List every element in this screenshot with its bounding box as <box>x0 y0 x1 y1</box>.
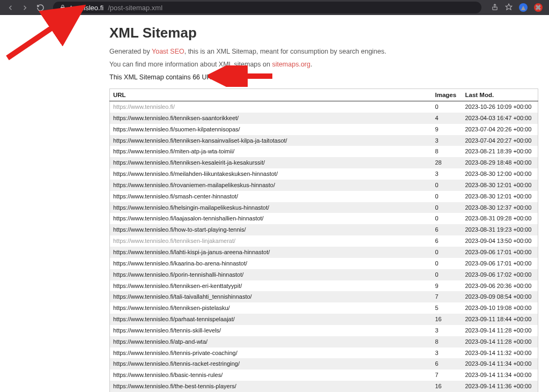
cell-lastmod: 2023-09-04 13:50 +00:00 <box>462 235 538 247</box>
cell-images: 3 <box>432 168 462 180</box>
cell-lastmod: 2023-09-11 18:44 +00:00 <box>462 314 538 325</box>
address-bar[interactable]: tennisleo.fi/post-sitemap.xml <box>53 2 481 13</box>
cell-url[interactable]: https://www.tennisleo.fi/ <box>110 101 432 113</box>
forward-button[interactable] <box>21 4 29 12</box>
cell-images: 0 <box>432 213 462 224</box>
info-prefix: You can find more information about XML … <box>109 61 272 68</box>
reload-button[interactable] <box>36 4 44 12</box>
cell-lastmod: 2023-09-14 11:32 +00:00 <box>462 347 538 359</box>
cell-url[interactable]: https://www.tennisleo.fi/basic-tennis-ru… <box>110 369 432 381</box>
extension-icon-2[interactable]: ✖ <box>534 3 543 12</box>
cell-images: 5 <box>432 302 462 314</box>
cell-url[interactable]: https://www.tennisleo.fi/laajasalon-tenn… <box>110 213 432 224</box>
table-row: https://www.tennisleo.fi/basic-tennis-ru… <box>110 369 538 381</box>
table-row: https://www.tennisleo.fi/tennis-skill-le… <box>110 325 538 336</box>
table-row: https://www.tennisleo.fi/tenniksen-kesal… <box>110 157 538 168</box>
cell-url[interactable]: https://www.tennisleo.fi/tennis-racket-r… <box>110 358 432 369</box>
svg-marker-1 <box>506 4 512 10</box>
nav-controls <box>6 4 44 12</box>
cell-url[interactable]: https://www.tennisleo.fi/helsingin-maila… <box>110 202 432 213</box>
cell-images: 0 <box>432 180 462 191</box>
table-row: https://www.tennisleo.fi/parhaat-tennisp… <box>110 314 538 325</box>
lock-icon <box>60 4 66 11</box>
info-suffix: . <box>310 61 312 68</box>
table-row: https://www.tennisleo.fi/kaarina-bo-aren… <box>110 258 538 269</box>
cell-images: 9 <box>432 124 462 135</box>
table-row: https://www.tennisleo.fi/smash-center-hi… <box>110 191 538 202</box>
cell-lastmod: 2023-09-06 17:01 +00:00 <box>462 258 538 269</box>
summary-line: This XML Sitemap contains 66 URLs. <box>109 73 538 81</box>
cell-images: 3 <box>432 325 462 336</box>
cell-lastmod: 2023-04-03 16:47 +00:00 <box>462 113 538 124</box>
th-lastmod: Last Mod. <box>462 89 538 101</box>
yoast-link[interactable]: Yoast SEO <box>152 48 184 55</box>
th-url: URL <box>110 89 432 101</box>
cell-url[interactable]: https://www.tennisleo.fi/tennis-skill-le… <box>110 325 432 336</box>
table-row: https://www.tennisleo.fi/how-to-start-pl… <box>110 224 538 235</box>
cell-lastmod: 2023-08-31 19:23 +00:00 <box>462 224 538 235</box>
cell-url[interactable]: https://www.tennisleo.fi/tenniksen-piste… <box>110 302 432 314</box>
cell-lastmod: 2023-09-14 11:28 +00:00 <box>462 325 538 336</box>
cell-url[interactable]: https://www.tennisleo.fi/tenniksen-eri-k… <box>110 280 432 292</box>
cell-url[interactable]: https://www.tennisleo.fi/kaarina-bo-aren… <box>110 258 432 269</box>
cell-url[interactable]: https://www.tennisleo.fi/parhaat-tennisp… <box>110 314 432 325</box>
table-row: https://www.tennisleo.fi/02023-10-26 10:… <box>110 101 538 113</box>
sitemaps-link[interactable]: sitemaps.org <box>272 61 310 68</box>
cell-images: 0 <box>432 258 462 269</box>
cell-url[interactable]: https://www.tennisleo.fi/how-to-start-pl… <box>110 224 432 235</box>
cell-images: 16 <box>432 381 462 392</box>
cell-images: 8 <box>432 336 462 347</box>
cell-images: 6 <box>432 358 462 369</box>
cell-lastmod: 2023-08-30 12:00 +00:00 <box>462 168 538 180</box>
table-row: https://www.tennisleo.fi/suomen-kilpaten… <box>110 124 538 135</box>
table-row: https://www.tennisleo.fi/the-best-tennis… <box>110 381 538 392</box>
cell-url[interactable]: https://www.tennisleo.fi/tenniksen-saant… <box>110 113 432 124</box>
table-row: https://www.tennisleo.fi/tenniksen-eri-k… <box>110 280 538 292</box>
cell-url[interactable]: https://www.tennisleo.fi/tennis-private-… <box>110 347 432 359</box>
table-row: https://www.tennisleo.fi/porin-tennishal… <box>110 269 538 280</box>
table-row: https://www.tennisleo.fi/laajasalon-tenn… <box>110 213 538 224</box>
cell-lastmod: 2023-08-31 09:28 +00:00 <box>462 213 538 224</box>
generated-prefix: Generated by <box>109 48 152 55</box>
cell-url[interactable]: https://www.tennisleo.fi/miten-atp-ja-wt… <box>110 146 432 157</box>
sitemap-table: URL Images Last Mod. https://www.tennisl… <box>109 88 538 392</box>
cell-lastmod: 2023-09-06 17:01 +00:00 <box>462 247 538 258</box>
cell-url[interactable]: https://www.tennisleo.fi/tenniksen-kansa… <box>110 135 432 146</box>
cell-lastmod: 2023-09-14 11:34 +00:00 <box>462 369 538 381</box>
cell-lastmod: 2023-08-30 12:01 +00:00 <box>462 180 538 191</box>
url-host: tennisleo.fi <box>70 4 103 12</box>
table-row: https://www.tennisleo.fi/miten-atp-ja-wt… <box>110 146 538 157</box>
table-row: https://www.tennisleo.fi/tenniksen-saant… <box>110 113 538 124</box>
cell-images: 4 <box>432 113 462 124</box>
generated-suffix: , this is an XML Sitemap, meant for cons… <box>184 48 387 55</box>
cell-lastmod: 2023-10-26 10:09 +00:00 <box>462 101 538 113</box>
table-header-row: URL Images Last Mod. <box>110 89 538 101</box>
cell-url[interactable]: https://www.tennisleo.fi/rovaniemen-mail… <box>110 180 432 191</box>
share-icon[interactable] <box>491 3 499 12</box>
info-line: You can find more information about XML … <box>109 61 538 68</box>
cell-url[interactable]: https://www.tennisleo.fi/lahti-kispi-ja-… <box>110 247 432 258</box>
browser-topbar: tennisleo.fi/post-sitemap.xml ▲ ✖ <box>0 0 549 15</box>
cell-url[interactable]: https://www.tennisleo.fi/tali-taivallaht… <box>110 291 432 302</box>
back-button[interactable] <box>6 4 14 12</box>
extension-icon-1[interactable]: ▲ <box>519 3 528 12</box>
cell-images: 3 <box>432 347 462 359</box>
table-row: https://www.tennisleo.fi/lahti-kispi-ja-… <box>110 247 538 258</box>
cell-url[interactable]: https://www.tennisleo.fi/suomen-kilpaten… <box>110 124 432 135</box>
cell-lastmod: 2023-07-04 20:26 +00:00 <box>462 124 538 135</box>
cell-url[interactable]: https://www.tennisleo.fi/tenniksen-linja… <box>110 235 432 247</box>
cell-lastmod: 2023-09-06 17:02 +00:00 <box>462 269 538 280</box>
cell-lastmod: 2023-08-29 18:48 +00:00 <box>462 157 538 168</box>
bookmark-star-icon[interactable] <box>505 3 513 12</box>
cell-url[interactable]: https://www.tennisleo.fi/porin-tennishal… <box>110 269 432 280</box>
cell-url[interactable]: https://www.tennisleo.fi/tenniksen-kesal… <box>110 157 432 168</box>
cell-url[interactable]: https://www.tennisleo.fi/atp-and-wta/ <box>110 336 432 347</box>
cell-url[interactable]: https://www.tennisleo.fi/meilahden-liiku… <box>110 168 432 180</box>
table-row: https://www.tennisleo.fi/tennis-private-… <box>110 347 538 359</box>
cell-images: 28 <box>432 157 462 168</box>
table-row: https://www.tennisleo.fi/tali-taivallaht… <box>110 291 538 302</box>
cell-url[interactable]: https://www.tennisleo.fi/smash-center-hi… <box>110 191 432 202</box>
cell-url[interactable]: https://www.tennisleo.fi/the-best-tennis… <box>110 381 432 392</box>
table-row: https://www.tennisleo.fi/tennis-racket-r… <box>110 358 538 369</box>
cell-images: 8 <box>432 146 462 157</box>
